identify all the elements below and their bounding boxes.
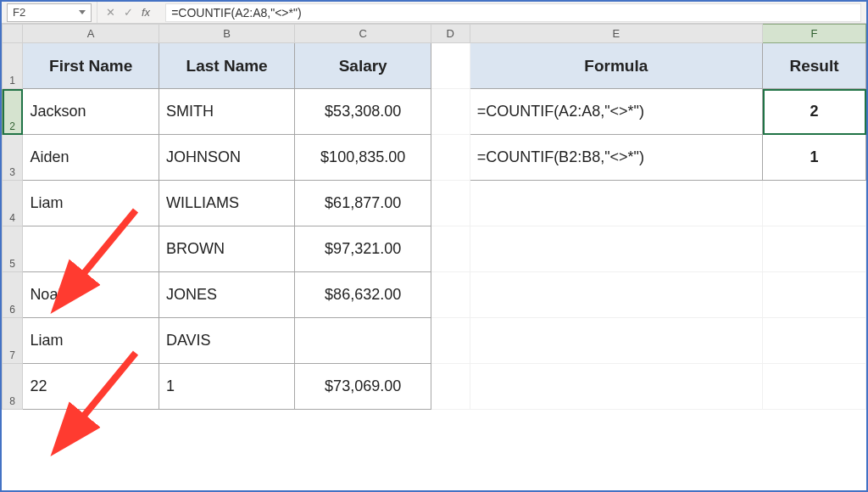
formula-text: =COUNTIF(A2:A8,"<>*") [171,6,301,20]
cell-B8[interactable]: 1 [159,364,295,410]
column-headers: A B C D E F [3,25,866,43]
cell-B4[interactable]: WILLIAMS [159,181,295,226]
row-header-3[interactable]: 3 [3,135,23,181]
cell-E5[interactable] [470,226,762,272]
name-box[interactable]: F2 [7,3,92,22]
row-header-7[interactable]: 7 [3,318,23,364]
cell-F3[interactable]: 1 [763,135,866,181]
cell-A3[interactable]: Aiden [23,135,159,181]
cell-E6[interactable] [470,272,762,318]
cell-E3[interactable]: =COUNTIF(B2:B8,"<>*") [470,135,762,181]
row-header-1[interactable]: 1 [3,43,23,89]
cell-E4[interactable] [470,181,762,226]
cell-A2[interactable]: Jackson [23,89,159,135]
cell-D4[interactable] [431,181,470,226]
row-header-5[interactable]: 5 [3,226,23,272]
cell-B2[interactable]: SMITH [159,89,295,135]
row-header-2[interactable]: 2 [3,89,23,135]
cell-D5[interactable] [431,226,470,272]
cell-C7[interactable] [295,318,431,364]
cell-F5[interactable] [763,226,866,272]
cell-F4[interactable] [763,181,866,226]
header-result[interactable]: Result [763,43,866,89]
cell-D2[interactable] [431,89,470,135]
cell-C6[interactable]: $86,632.00 [295,272,431,318]
formula-bar-buttons: ✕ ✓ fx [97,2,165,23]
cell-D3[interactable] [431,135,470,181]
row-header-6[interactable]: 6 [3,272,23,318]
cell-A6[interactable]: Noah [23,272,159,318]
col-header-B[interactable]: B [159,25,295,43]
cell-A4[interactable]: Liam [23,181,159,226]
cell-A7[interactable]: Liam [23,318,159,364]
cell-B7[interactable]: DAVIS [159,318,295,364]
select-all-corner[interactable] [3,25,23,43]
confirm-icon[interactable]: ✓ [124,6,133,19]
cell-D6[interactable] [431,272,470,318]
cell-A8[interactable]: 22 [23,364,159,410]
grid: A B C D E F 1 First Name Last Name Salar… [2,24,866,410]
cell-F2[interactable]: 2 [763,89,866,135]
col-header-A[interactable]: A [23,25,159,43]
header-last-name[interactable]: Last Name [159,43,295,89]
cell-D1[interactable] [431,43,470,89]
col-header-E[interactable]: E [470,25,762,43]
cell-F8[interactable] [763,364,866,410]
fx-icon[interactable]: fx [142,6,150,19]
cell-E8[interactable] [470,364,762,410]
cell-C3[interactable]: $100,835.00 [295,135,431,181]
row-header-4[interactable]: 4 [3,181,23,226]
formula-bar: F2 ✕ ✓ fx =COUNTIF(A2:A8,"<>*") [2,2,866,24]
row-header-8[interactable]: 8 [3,364,23,410]
cell-E7[interactable] [470,318,762,364]
cell-B3[interactable]: JOHNSON [159,135,295,181]
col-header-C[interactable]: C [295,25,431,43]
cell-C4[interactable]: $61,877.00 [295,181,431,226]
cell-F7[interactable] [763,318,866,364]
cell-A5[interactable] [23,226,159,272]
cell-B5[interactable]: BROWN [159,226,295,272]
header-salary[interactable]: Salary [295,43,431,89]
name-box-value: F2 [13,6,25,19]
cell-C5[interactable]: $97,321.00 [295,226,431,272]
cell-C2[interactable]: $53,308.00 [295,89,431,135]
cancel-icon[interactable]: ✕ [106,6,115,19]
header-formula[interactable]: Formula [470,43,762,89]
header-first-name[interactable]: First Name [23,43,159,89]
cell-D7[interactable] [431,318,470,364]
name-box-dropdown-icon[interactable] [79,10,86,14]
formula-input[interactable]: =COUNTIF(A2:A8,"<>*") [165,3,861,22]
col-header-F[interactable]: F [763,25,866,43]
cell-B6[interactable]: JONES [159,272,295,318]
cell-F6[interactable] [763,272,866,318]
cell-C8[interactable]: $73,069.00 [295,364,431,410]
cell-D8[interactable] [431,364,470,410]
cell-E2[interactable]: =COUNTIF(A2:A8,"<>*") [470,89,762,135]
col-header-D[interactable]: D [431,25,470,43]
